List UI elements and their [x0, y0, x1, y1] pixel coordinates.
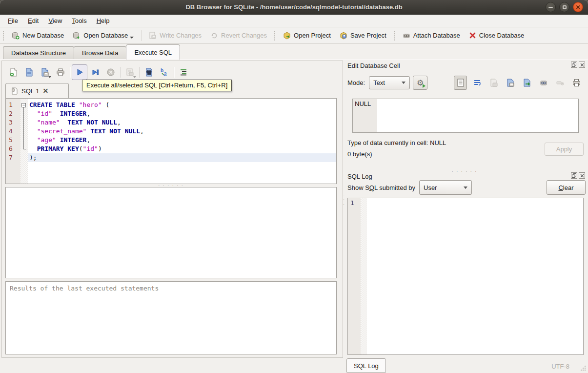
new-sql-tab-button[interactable] — [6, 64, 21, 80]
word-wrap-button[interactable] — [470, 76, 484, 90]
export-file-button[interactable] — [520, 76, 533, 90]
code-token: "name" — [37, 119, 60, 126]
tab-execute-sql[interactable]: Execute SQL — [126, 44, 180, 60]
line-number: 1 — [6, 101, 20, 109]
minimize-button[interactable] — [546, 2, 556, 12]
save-sql-file-button[interactable] — [37, 64, 53, 80]
code-line: "secret_name" TEXT NOT NULL, — [28, 127, 336, 136]
code-token: ); — [29, 154, 37, 161]
code-token: , — [140, 127, 144, 135]
attach-database-button[interactable]: Attach Database — [398, 29, 465, 42]
open-sql-file-button[interactable] — [21, 64, 37, 80]
new-database-button[interactable]: New Database — [7, 29, 68, 42]
results-message-pane[interactable]: Results of the last executed statements — [5, 281, 337, 354]
sql-log-editor[interactable]: 1 — [347, 198, 584, 355]
tab-sql-log[interactable]: SQL Log — [346, 358, 386, 373]
print-cell-icon — [572, 79, 581, 87]
maximize-button[interactable] — [559, 2, 569, 12]
toolbar-drag-handle[interactable] — [274, 30, 276, 41]
attach-database-icon — [403, 32, 410, 40]
edit-cell-dock-title: Edit Database Cell — [347, 62, 400, 69]
save-results-icon — [125, 68, 134, 77]
set-null-icon — [556, 80, 564, 86]
dock-splitter-handle[interactable]: · · · · · · — [345, 170, 584, 173]
menu-tools[interactable]: Tools — [67, 15, 91, 26]
editor-code[interactable]: CREATE TABLE "hero" ( "id" INTEGER, "nam… — [28, 99, 336, 184]
code-token — [29, 110, 37, 117]
mode-combobox[interactable]: Text — [369, 76, 410, 89]
open-database-button[interactable]: Open Database — [68, 29, 138, 42]
tab-browse-data[interactable]: Browse Data — [74, 46, 126, 60]
save-sql-menu-caret[interactable] — [48, 76, 51, 78]
tab-database-structure[interactable]: Database Structure — [3, 46, 74, 60]
sql-log-dock-buttons — [571, 172, 585, 179]
revert-changes-button: Revert Changes — [206, 29, 271, 42]
code-token — [52, 110, 60, 117]
open-project-button[interactable]: Open Project — [279, 29, 335, 42]
menu-view[interactable]: View — [43, 15, 67, 26]
sql-log-filter-combobox[interactable]: User — [419, 180, 472, 195]
cell-value-editor[interactable]: NULL — [352, 99, 579, 133]
code-line: "age" INTEGER, — [28, 136, 336, 145]
line-number: 3 — [6, 118, 20, 127]
menu-edit[interactable]: Edit — [23, 15, 43, 26]
execute-all-icon — [75, 68, 84, 77]
sql-log-fold-margin — [361, 198, 367, 354]
toolbar-separator — [174, 67, 174, 78]
fold-collapse-icon[interactable]: − — [21, 103, 26, 107]
close-button[interactable]: ✕ — [573, 2, 583, 12]
execute-all-button[interactable] — [72, 64, 87, 80]
print-icon — [56, 68, 65, 77]
close-database-button[interactable]: Close Database — [465, 29, 529, 41]
sql-log-gutter: 1 — [348, 198, 361, 354]
chevron-down-icon — [402, 82, 406, 84]
code-token: INTEGER — [60, 136, 87, 144]
save-sql-file-icon — [41, 68, 49, 77]
code-token: "age" — [37, 136, 56, 144]
close-dock-button[interactable] — [579, 172, 585, 179]
line-number: 6 — [6, 145, 20, 153]
sql-file-tab[interactable]: SQL 1 ✕ — [5, 83, 69, 98]
code-line: "name" TEXT NOT NULL, — [28, 118, 336, 127]
menu-file[interactable]: File — [3, 15, 23, 26]
fold-line — [23, 107, 24, 149]
titlebar[interactable]: DB Browser for SQLite - /home/user/code/… — [0, 0, 588, 15]
print-button[interactable] — [53, 64, 68, 80]
open-database-menu-caret[interactable] — [130, 37, 134, 39]
close-dock-button[interactable] — [579, 62, 585, 68]
code-token: PRIMARY KEY — [37, 145, 79, 152]
results-table-pane[interactable] — [5, 187, 337, 278]
toolbar-drag-handle[interactable] — [2, 30, 5, 41]
sql-log-filter-label: Show SQL submitted by — [347, 184, 415, 191]
resize-grip-icon[interactable] — [580, 365, 586, 371]
sql-code-editor[interactable]: 1234567 − CREATE TABLE "hero" ( "id" INT… — [5, 98, 337, 184]
clear-log-button[interactable]: Clear — [547, 180, 586, 195]
sql-log-filter-row: Show SQL submitted by User Clear — [347, 180, 586, 195]
new-database-icon — [12, 32, 20, 40]
word-wrap-icon — [473, 79, 481, 87]
toolbar-drag-handle[interactable] — [393, 30, 396, 41]
find-replace-button[interactable] — [141, 64, 157, 80]
editor-fold-margin[interactable]: − — [20, 99, 28, 184]
copy-link-button[interactable] — [537, 76, 550, 90]
float-dock-button[interactable] — [571, 62, 577, 68]
save-as-file-button[interactable] — [504, 76, 517, 90]
menu-help[interactable]: Help — [92, 15, 115, 26]
sql-log-dock-title: SQL Log — [347, 173, 372, 180]
toolbar-separator — [139, 67, 140, 78]
print-cell-button[interactable] — [570, 76, 583, 90]
save-project-button[interactable]: Save Project — [335, 29, 391, 42]
text-mode-button[interactable] — [454, 76, 467, 90]
sql-file-tab-label: SQL 1 — [21, 87, 39, 95]
code-token: , — [117, 119, 121, 126]
format-sql-button[interactable]: ba — [157, 64, 172, 80]
stop-button — [103, 64, 119, 80]
execute-line-button[interactable] — [87, 64, 103, 80]
indent-button[interactable] — [176, 64, 191, 80]
stop-icon — [106, 68, 115, 77]
float-dock-button[interactable] — [571, 172, 577, 179]
svg-text:a: a — [163, 70, 167, 77]
auto-switch-mode-button[interactable]: ⚙ — [413, 76, 427, 90]
close-sql-tab-icon[interactable]: ✕ — [42, 87, 48, 95]
set-null-button — [553, 76, 567, 90]
